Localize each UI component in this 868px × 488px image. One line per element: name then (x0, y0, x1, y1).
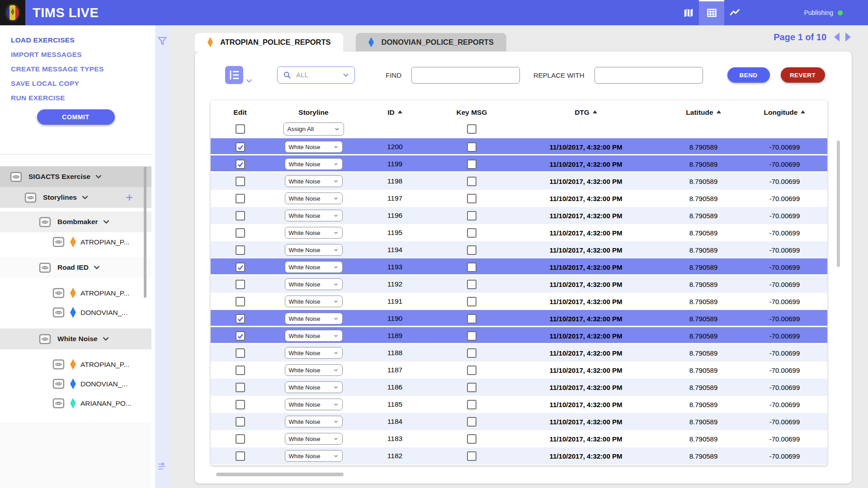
tree-item[interactable]: ARIANAN_PO... (0, 394, 151, 413)
table-row[interactable]: White Noise 1191 11/10/2017, 4:32:00 PM … (211, 293, 827, 310)
bend-button[interactable]: BEND (727, 67, 770, 83)
next-page-button[interactable] (844, 32, 853, 42)
edit-checkbox[interactable] (236, 177, 245, 186)
storyline-select[interactable]: White Noise (285, 261, 343, 273)
edit-checkbox[interactable] (236, 228, 245, 238)
visibility-icon[interactable] (24, 192, 37, 204)
key-msg-checkbox[interactable] (467, 211, 476, 221)
key-msg-checkbox[interactable] (467, 383, 476, 392)
sidebar-menu-item[interactable]: SAVE LOCAL COPY (11, 80, 151, 88)
key-msg-checkbox[interactable] (467, 228, 476, 238)
table-row[interactable]: White Noise 1186 11/10/2017, 4:32:00 PM … (211, 379, 827, 396)
tree-item[interactable]: Storylines + (0, 187, 151, 208)
storyline-select[interactable]: White Noise (285, 227, 343, 239)
table-row[interactable]: White Noise 1189 11/10/2017, 4:32:00 PM … (211, 327, 827, 344)
tree-item[interactable]: Road IED (0, 257, 151, 278)
table-row[interactable]: White Noise 1193 11/10/2017, 4:32:00 PM … (211, 258, 827, 276)
key-msg-checkbox[interactable] (467, 177, 476, 186)
tree-item[interactable]: DONOVIAN_... (0, 303, 151, 322)
edit-checkbox[interactable] (236, 297, 245, 306)
key-msg-checkbox[interactable] (467, 194, 476, 203)
key-msg-checkbox[interactable] (467, 348, 476, 358)
timeline-view-button[interactable] (724, 0, 745, 25)
edit-checkbox[interactable] (236, 434, 245, 444)
edit-checkbox[interactable] (236, 348, 245, 358)
edit-checkbox[interactable] (236, 142, 245, 152)
table-row[interactable]: White Noise 1197 11/10/2017, 4:32:00 PM … (211, 190, 827, 207)
tree-item[interactable]: ATROPIAN_P... (0, 283, 151, 303)
visibility-icon[interactable] (10, 171, 22, 183)
table-row[interactable]: White Noise 1198 11/10/2017, 4:32:00 PM … (211, 173, 827, 190)
chevron-down-icon[interactable] (95, 173, 102, 180)
edit-checkbox[interactable] (236, 194, 245, 203)
storyline-select[interactable]: White Noise (285, 364, 343, 376)
storyline-select[interactable]: White Noise (285, 278, 343, 290)
column-options-button[interactable] (225, 66, 253, 84)
storyline-select[interactable]: White Noise (285, 192, 343, 204)
key-msg-checkbox[interactable] (467, 297, 476, 306)
visibility-icon[interactable] (39, 333, 51, 345)
storyline-select[interactable]: White Noise (285, 416, 343, 427)
report-tab[interactable]: ATROPIAN_POLICE_REPORTS (195, 33, 343, 52)
key-msg-checkbox[interactable] (467, 400, 476, 409)
table-row[interactable]: White Noise 1185 11/10/2017, 4:32:00 PM … (211, 396, 827, 413)
visibility-icon[interactable] (52, 358, 65, 371)
table-row[interactable]: White Noise 1199 11/10/2017, 4:32:00 PM … (211, 155, 827, 173)
sort-ascending-icon[interactable] (593, 110, 597, 113)
storyline-select[interactable]: White Noise (285, 381, 343, 393)
replace-input[interactable] (594, 67, 703, 84)
vertical-scrollbar[interactable] (837, 141, 840, 267)
storyline-select[interactable]: White Noise (285, 141, 343, 153)
edit-checkbox[interactable] (236, 383, 245, 392)
table-row[interactable]: White Noise 1188 11/10/2017, 4:32:00 PM … (211, 344, 827, 361)
report-tab[interactable]: DONOVIAN_POLICE_REPORTS (356, 33, 506, 52)
sort-ascending-icon[interactable] (717, 110, 721, 113)
table-row[interactable]: White Noise 1190 11/10/2017, 4:32:00 PM … (211, 310, 827, 327)
assign-all-select[interactable]: Assign All (283, 122, 344, 136)
sidebar-menu-item[interactable]: IMPORT MESSAGES (11, 51, 151, 59)
visibility-icon[interactable] (52, 236, 65, 248)
key-msg-checkbox[interactable] (467, 331, 476, 341)
edit-checkbox[interactable] (236, 160, 245, 169)
expand-panel-button[interactable] (157, 461, 168, 474)
table-row[interactable]: White Noise 1183 11/10/2017, 4:32:00 PM … (211, 430, 827, 447)
storyline-select[interactable]: White Noise (285, 330, 343, 342)
tree-item[interactable]: White Noise (0, 328, 151, 349)
visibility-icon[interactable] (39, 216, 51, 228)
commit-button[interactable]: COMMIT (37, 109, 115, 125)
visibility-icon[interactable] (52, 306, 65, 319)
table-row[interactable]: White Noise 1192 11/10/2017, 4:32:00 PM … (211, 276, 827, 293)
find-input[interactable] (411, 67, 520, 84)
tree-scrollbar[interactable] (144, 167, 146, 298)
storyline-select[interactable]: White Noise (285, 244, 343, 256)
edit-checkbox[interactable] (236, 400, 245, 409)
tree-item[interactable]: ATROPIAN_P... (0, 355, 151, 374)
sort-ascending-icon[interactable] (398, 110, 402, 113)
edit-checkbox[interactable] (236, 451, 245, 461)
table-row[interactable]: White Noise 1182 11/10/2017, 4:32:00 PM … (211, 447, 827, 465)
table-row[interactable]: White Noise 1200 11/10/2017, 4:32:00 PM … (211, 138, 827, 155)
storyline-select[interactable]: White Noise (285, 313, 343, 324)
key-msg-checkbox[interactable] (467, 245, 476, 255)
storyline-select[interactable]: White Noise (285, 175, 343, 187)
table-row[interactable]: White Noise 1195 11/10/2017, 4:32:00 PM … (211, 224, 827, 241)
grid-view-button[interactable] (699, 0, 724, 25)
table-row[interactable]: White Noise 1184 11/10/2017, 4:32:00 PM … (211, 413, 827, 430)
storyline-select[interactable]: White Noise (285, 347, 343, 359)
edit-checkbox[interactable] (236, 211, 245, 221)
key-msg-checkbox[interactable] (467, 314, 476, 324)
visibility-icon[interactable] (39, 262, 51, 274)
search-scope-select[interactable]: ALL (277, 66, 355, 84)
key-msg-checkbox[interactable] (467, 366, 476, 375)
key-msg-all-checkbox[interactable] (467, 124, 476, 134)
visibility-icon[interactable] (52, 378, 65, 390)
key-msg-checkbox[interactable] (467, 280, 476, 289)
key-msg-checkbox[interactable] (467, 417, 476, 427)
edit-checkbox[interactable] (236, 314, 245, 324)
table-row[interactable]: White Noise 1194 11/10/2017, 4:32:00 PM … (211, 241, 827, 258)
tree-item[interactable]: ATROPIAN_P... (0, 232, 151, 252)
edit-checkbox[interactable] (236, 331, 245, 341)
chevron-down-icon[interactable] (103, 218, 110, 225)
edit-checkbox[interactable] (236, 263, 245, 272)
tree-item[interactable]: SIGACTS Exercise (0, 166, 151, 187)
